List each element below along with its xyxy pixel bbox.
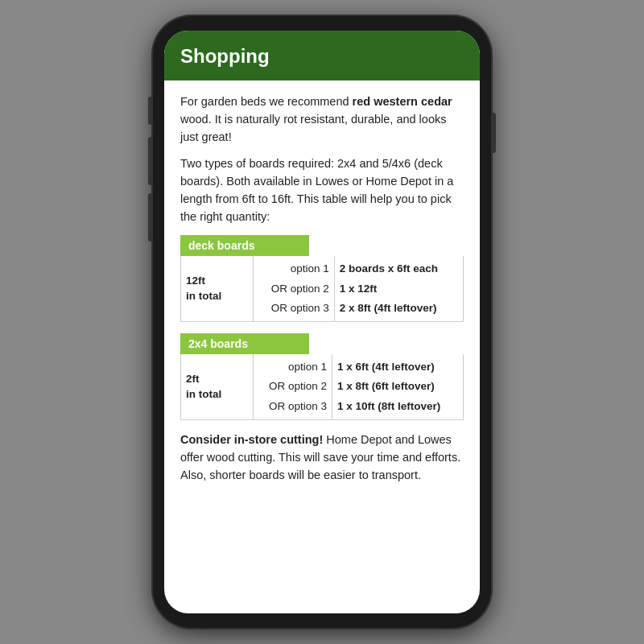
intro-text-end: wood. It is naturally rot resistant, dur… [180, 113, 446, 143]
deck-option1-value: 2 boards x 6ft each [340, 262, 438, 275]
deck-boards-table: 12ft in total option 1 OR option 2 OR op… [180, 256, 464, 322]
page-title: Shopping [180, 45, 464, 68]
2x4-option3-label: OR option 3 [269, 400, 327, 412]
phone-screen: Shopping For garden beds we recommend re… [164, 31, 480, 613]
deck-option1-label: option 1 [291, 262, 329, 275]
2x4-option1-label: option 1 [288, 361, 327, 373]
volume-up-button [148, 137, 152, 185]
deck-option3-value: 2 x 8ft (4ft leftover) [340, 302, 437, 314]
2x4-option1-value: 1 x 6ft (4ft leftover) [337, 361, 435, 373]
deck-boards-section: deck boards 12ft in total option 1 OR op… [180, 235, 464, 322]
2x4-boards-options: option 1 OR option 2 OR option 3 [254, 354, 332, 419]
deck-boards-options: option 1 OR option 2 OR option 3 [254, 256, 335, 321]
intro-bold-wood: red western cedar [353, 95, 452, 108]
deck-boards-row: 12ft in total option 1 OR option 2 OR op… [181, 256, 464, 321]
deck-option3-label: OR option 3 [271, 302, 329, 314]
page-header: Shopping [164, 31, 480, 80]
2x4-boards-table: 2ft in total option 1 OR option 2 OR opt… [180, 354, 464, 420]
deck-option2-label: OR option 2 [271, 283, 329, 295]
volume-down-button [148, 193, 152, 242]
2x4-option2-value: 1 x 8ft (6ft leftover) [337, 380, 435, 392]
deck-option2-value: 1 x 12ft [340, 283, 378, 295]
2x4-boards-row: 2ft in total option 1 OR option 2 OR opt… [181, 354, 464, 419]
content-scroll[interactable]: Shopping For garden beds we recommend re… [164, 31, 480, 613]
deck-boards-values: 2 boards x 6ft each 1 x 12ft 2 x 8ft (4f… [334, 256, 463, 321]
content-body: For garden beds we recommend red western… [164, 80, 480, 613]
power-button [492, 113, 496, 153]
2x4-option3-value: 1 x 10ft (8ft leftover) [337, 400, 440, 412]
conclusion-paragraph: Consider in-store cutting! Home Depot an… [180, 431, 464, 484]
phone-frame: Shopping For garden beds we recommend re… [153, 16, 491, 628]
silent-button [148, 97, 152, 125]
deck-boards-label: 12ft in total [181, 256, 254, 321]
2x4-boards-header: 2x4 boards [180, 333, 309, 354]
conclusion-bold: Consider in-store cutting! [180, 433, 323, 446]
2x4-option2-label: OR option 2 [269, 380, 327, 392]
deck-boards-header: deck boards [180, 235, 309, 256]
intro-text-start: For garden beds we recommend [180, 95, 353, 108]
2x4-boards-values: 1 x 6ft (4ft leftover) 1 x 8ft (6ft left… [332, 354, 464, 419]
intro-paragraph-1: For garden beds we recommend red western… [180, 93, 464, 146]
intro-paragraph-2: Two types of boards required: 2x4 and 5/… [180, 155, 464, 225]
2x4-boards-section: 2x4 boards 2ft in total option 1 OR opti… [180, 333, 464, 420]
2x4-boards-label: 2ft in total [181, 354, 254, 419]
